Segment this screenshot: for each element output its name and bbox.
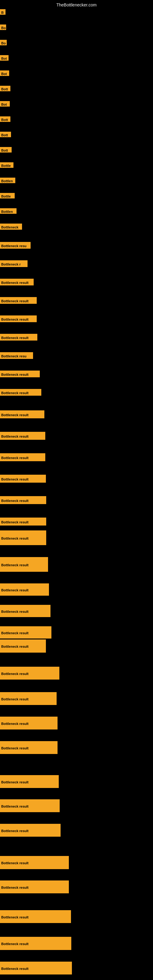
bottleneck-label-32: Bottleneck result xyxy=(0,584,49,596)
bottleneck-label-4: Bot xyxy=(0,70,9,76)
bottleneck-label-29: Bottleneck result xyxy=(0,517,46,525)
bottleneck-label-20: Bottleneck result xyxy=(0,334,37,340)
bottleneck-label-5: Bott xyxy=(0,86,10,91)
bottleneck-label-40: Bottleneck result xyxy=(0,775,59,788)
bottleneck-label-13: Bottlen xyxy=(0,208,16,214)
bottleneck-label-24: Bottleneck result xyxy=(0,410,45,418)
bottleneck-label-15: Bottleneck resu xyxy=(0,242,30,249)
bottleneck-label-11: Bottlen xyxy=(0,178,15,183)
bottleneck-label-26: Bottleneck result xyxy=(0,453,45,461)
bottleneck-label-41: Bottleneck result xyxy=(0,799,60,812)
bottleneck-label-7: Bott xyxy=(0,116,10,122)
bottleneck-label-8: Bott xyxy=(0,132,11,137)
bottleneck-label-47: Bottleneck result xyxy=(0,962,72,975)
bottleneck-label-46: Bottleneck result xyxy=(0,937,71,950)
bottleneck-label-16: Bottleneck r xyxy=(0,260,27,267)
bottleneck-label-10: Bottle xyxy=(0,162,13,168)
bottleneck-label-42: Bottleneck result xyxy=(0,824,61,837)
bottleneck-label-22: Bottleneck result xyxy=(0,371,40,377)
bottleneck-label-33: Bottleneck result xyxy=(0,605,51,617)
bottleneck-label-12: Bottle xyxy=(0,193,15,199)
bottleneck-label-17: Bottleneck result xyxy=(0,279,33,285)
bottleneck-label-36: Bottleneck result xyxy=(0,667,59,679)
bottleneck-label-0: B xyxy=(0,9,5,15)
bottleneck-label-3: Bot xyxy=(0,55,9,60)
bottleneck-label-9: Bott xyxy=(0,147,12,153)
bottleneck-label-19: Bottleneck result xyxy=(0,315,37,322)
bottleneck-label-21: Bottleneck resu xyxy=(0,352,33,359)
site-title: TheBottlenecker.com xyxy=(0,0,153,10)
bottleneck-label-31: Bottleneck result xyxy=(0,557,48,572)
bottleneck-label-23: Bottleneck result xyxy=(0,389,41,396)
bottleneck-label-14: Bottleneck xyxy=(0,224,22,230)
bottleneck-label-1: Bo xyxy=(0,24,6,30)
bottleneck-label-27: Bottleneck result xyxy=(0,475,46,483)
bottleneck-label-28: Bottleneck result xyxy=(0,496,46,504)
bottleneck-label-39: Bottleneck result xyxy=(0,741,57,754)
bottleneck-label-34: Bottleneck result xyxy=(0,626,51,638)
bottleneck-label-30: Bottleneck result xyxy=(0,530,46,545)
bottleneck-label-35: Bottleneck result xyxy=(0,640,46,652)
bottleneck-label-43: Bottleneck result xyxy=(0,856,69,869)
bottleneck-label-2: Bo xyxy=(0,40,7,45)
bottleneck-label-18: Bottleneck result xyxy=(0,297,37,304)
bottleneck-label-45: Bottleneck result xyxy=(0,910,71,923)
bottleneck-label-38: Bottleneck result xyxy=(0,717,57,730)
bottleneck-label-37: Bottleneck result xyxy=(0,692,57,705)
bottleneck-label-6: Bot xyxy=(0,101,10,107)
bottleneck-label-25: Bottleneck result xyxy=(0,432,45,440)
bottleneck-label-44: Bottleneck result xyxy=(0,880,69,893)
